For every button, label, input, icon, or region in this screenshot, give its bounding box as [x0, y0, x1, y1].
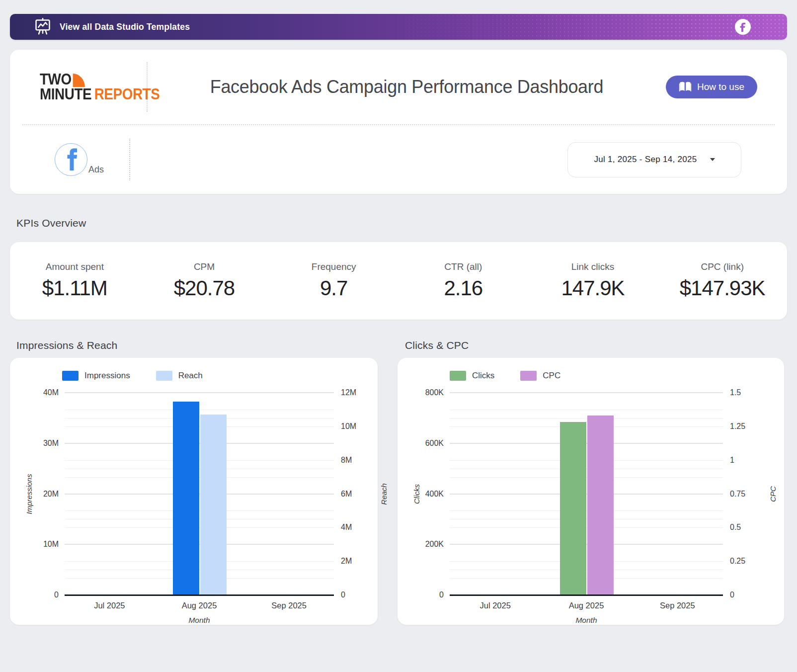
kpi-cpc-link: CPC (link) $147.93K: [657, 261, 787, 300]
open-book-icon: [679, 82, 692, 92]
gridline-minor: [65, 561, 334, 562]
kpi-ctr: CTR (all) 2.16: [398, 261, 528, 300]
logo-text-minute: MINUTE: [40, 87, 91, 102]
right-axis-title: CPC: [769, 486, 777, 502]
gridline-major: [450, 544, 723, 545]
right-axis-tick-label: 0.5: [730, 523, 741, 532]
gridline-minor: [450, 519, 723, 519]
gridline-minor: [450, 578, 723, 579]
right-axis-tick-label: 2M: [341, 557, 352, 566]
legend-label: Reach: [178, 371, 203, 381]
left-axis-tick-label: 0: [19, 590, 59, 599]
clicks-cpc-chart[interactable]: ClicksCPC0200K400K600K800K00.250.50.7511…: [398, 358, 784, 625]
how-to-use-button[interactable]: How to use: [666, 76, 757, 98]
gridline-minor: [65, 527, 334, 528]
gridline-major: [450, 494, 723, 495]
gridline-major: [65, 392, 334, 393]
kpi-value: $1.11M: [10, 276, 140, 300]
logo-quarter-circle: [73, 74, 84, 87]
kpi-link-clicks: Link clicks 147.9K: [528, 261, 658, 300]
right-axis-title: Reach: [380, 483, 388, 504]
logo-text-reports: REPORTS: [94, 87, 160, 102]
top-banner[interactable]: View all Data Studio Templates: [10, 14, 787, 40]
right-axis-tick-label: 0: [341, 590, 345, 599]
x-axis-title: Month: [557, 616, 616, 625]
legend-item-clicks: Clicks: [450, 371, 494, 381]
kpi-value: 9.7: [269, 276, 398, 300]
left-axis-tick-label: 10M: [19, 540, 59, 549]
gridline-minor: [450, 527, 723, 528]
right-axis-tick-label: 12M: [341, 388, 356, 397]
vertical-dotted-divider: [129, 139, 130, 180]
kpi-amount-spent: Amount spent $1.11M: [10, 261, 140, 300]
kpi-value: $147.93K: [657, 276, 787, 300]
x-axis-line: [450, 594, 723, 596]
gridline-minor: [450, 570, 723, 570]
x-axis-category-label: Sep 2025: [642, 601, 712, 610]
chart-legend: ClicksCPC: [450, 371, 560, 381]
clicks-cpc-section-title: Clicks & CPC: [398, 339, 784, 351]
right-axis-tick-label: 8M: [341, 456, 352, 465]
legend-label: Clicks: [472, 371, 494, 381]
kpi-label: Amount spent: [10, 261, 140, 272]
right-axis-tick-label: 0.25: [730, 557, 745, 566]
gridline-major: [65, 443, 334, 444]
right-axis-tick-label: 1: [730, 456, 734, 465]
gridline-major: [65, 544, 334, 545]
kpi-card: Amount spent $1.11M CPM $20.78 Frequency…: [10, 242, 787, 320]
gridline-minor: [450, 426, 723, 427]
gridline-minor: [65, 469, 334, 469]
gridline-minor: [450, 561, 723, 562]
x-axis-category-label: Jul 2025: [461, 601, 530, 610]
x-axis-line: [65, 594, 334, 596]
gridline-minor: [65, 510, 334, 511]
date-range-value: Jul 1, 2025 - Sep 14, 2025: [594, 155, 697, 165]
left-axis-tick-label: 30M: [19, 439, 59, 448]
kpis-section-title: KPIs Overview: [16, 217, 787, 229]
kpi-cpm: CPM $20.78: [140, 261, 269, 300]
left-axis-tick-label: 400K: [404, 490, 444, 499]
gridline-minor: [450, 477, 723, 478]
banner-label: View all Data Studio Templates: [60, 22, 190, 32]
impressions-reach-chart[interactable]: ImpressionsReach010M20M30M40M02M4M6M8M10…: [10, 358, 378, 625]
right-axis-tick-label: 1.5: [730, 388, 741, 397]
x-axis-category-label: Jul 2025: [75, 601, 144, 610]
chart-legend: ImpressionsReach: [62, 371, 203, 381]
legend-label: Impressions: [84, 371, 130, 381]
kpi-value: $20.78: [140, 276, 269, 300]
x-axis-title: Month: [169, 616, 229, 625]
legend-item-cpc: CPC: [520, 371, 560, 381]
bar-reach: [200, 415, 227, 595]
logo-text-two: TWO: [40, 72, 72, 87]
kpi-label: Link clicks: [528, 261, 658, 272]
kpi-label: CPC (link): [657, 261, 787, 272]
right-axis-tick-label: 1.25: [730, 422, 745, 431]
presentation-chart-icon: [33, 17, 53, 36]
bar-impressions: [173, 402, 199, 595]
date-range-selector[interactable]: Jul 1, 2025 - Sep 14, 2025: [567, 142, 741, 177]
gridline-minor: [450, 460, 723, 461]
facebook-ads-icon: [55, 143, 87, 176]
gridline-minor: [65, 418, 334, 419]
gridline-minor: [450, 418, 723, 419]
facebook-circle-icon[interactable]: [734, 18, 751, 35]
how-to-use-label: How to use: [697, 82, 744, 92]
left-axis-title: Clicks: [412, 484, 421, 504]
gridline-minor: [450, 510, 723, 511]
right-axis-tick-label: 0: [730, 590, 734, 599]
x-axis-category-label: Sep 2025: [254, 601, 324, 610]
kpi-label: CTR (all): [398, 261, 528, 272]
header-card: TWO MINUTE REPORTS Facebook Ads Campaign…: [10, 50, 787, 194]
bar-clicks: [560, 422, 586, 595]
gridline-major: [450, 392, 723, 393]
left-axis-title: Impressions: [25, 474, 33, 514]
gridline-minor: [450, 469, 723, 469]
chevron-down-icon: [710, 158, 715, 161]
gridline-minor: [65, 410, 334, 410]
kpi-label: CPM: [140, 261, 269, 272]
gridline-minor: [65, 460, 334, 461]
gridline-minor: [65, 426, 334, 427]
facebook-ads-label: Ads: [88, 165, 104, 175]
header-row-title: TWO MINUTE REPORTS Facebook Ads Campaign…: [10, 50, 787, 124]
gridline-minor: [65, 578, 334, 579]
